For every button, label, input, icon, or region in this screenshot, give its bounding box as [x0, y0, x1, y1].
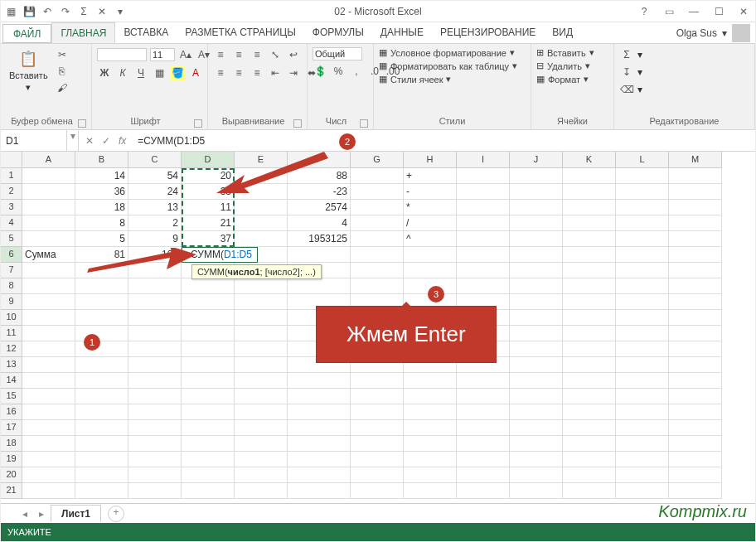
cell-A5[interactable] [22, 231, 75, 247]
cell-I15[interactable] [457, 389, 510, 404]
row-head-19[interactable]: 19 [1, 452, 22, 467]
select-all-corner[interactable] [1, 152, 22, 168]
autosum-icon[interactable]: Σ [619, 47, 634, 62]
cell-F18[interactable] [288, 436, 351, 452]
number-format-box[interactable]: Общий [313, 47, 362, 60]
cell-C1[interactable]: 54 [128, 168, 182, 184]
cell-B18[interactable] [75, 436, 128, 452]
fill-icon[interactable]: ↧ [619, 65, 634, 80]
tab-insert[interactable]: ВСТАВКА [115, 22, 177, 43]
row-head-7[interactable]: 7 [1, 263, 22, 278]
cell-B14[interactable] [75, 373, 128, 389]
cell-L10[interactable] [616, 310, 669, 326]
cell-G17[interactable] [351, 420, 404, 436]
tab-review[interactable]: РЕЦЕНЗИРОВАНИЕ [432, 22, 544, 43]
cell-M5[interactable] [669, 231, 722, 247]
cell-G15[interactable] [351, 389, 404, 404]
bold-icon[interactable]: Ж [97, 65, 112, 80]
cell-L7[interactable] [616, 263, 669, 278]
col-head-M[interactable]: M [669, 152, 722, 168]
row-head-10[interactable]: 10 [1, 310, 22, 326]
cell-J6[interactable] [510, 247, 563, 263]
cut-icon[interactable]: ✂ [55, 47, 70, 62]
cell-I21[interactable] [457, 483, 510, 499]
cell-D21[interactable] [182, 483, 235, 499]
name-box[interactable]: D1 [1, 130, 67, 151]
cell-M12[interactable] [669, 341, 722, 357]
format-as-table-button[interactable]: ▦ Форматировать как таблицу ▾ [379, 60, 517, 71]
cell-J16[interactable] [510, 404, 563, 420]
cell-J4[interactable] [510, 215, 563, 231]
cell-C5[interactable]: 9 [128, 231, 182, 247]
percent-icon[interactable]: % [331, 64, 346, 79]
align-left-icon[interactable]: ≡ [213, 65, 228, 80]
cell-F21[interactable] [288, 483, 351, 499]
cell-K20[interactable] [563, 467, 616, 483]
cell-H16[interactable] [404, 404, 457, 420]
insert-cells-button[interactable]: ⊞ Вставить ▾ [536, 47, 594, 58]
cell-K15[interactable] [563, 389, 616, 404]
cell-C21[interactable] [128, 483, 182, 499]
cell-B1[interactable]: 14 [75, 168, 128, 184]
cell-E10[interactable] [235, 310, 288, 326]
paste-button[interactable]: 📋 Вставить ▾ [6, 47, 51, 94]
cell-J10[interactable] [510, 310, 563, 326]
cell-A21[interactable] [22, 483, 75, 499]
cell-K12[interactable] [563, 341, 616, 357]
cell-M15[interactable] [669, 389, 722, 404]
cell-L12[interactable] [616, 341, 669, 357]
cell-E4[interactable] [235, 215, 288, 231]
cell-A3[interactable] [22, 200, 75, 215]
cell-K7[interactable] [563, 263, 616, 278]
autosum-icon[interactable]: Σ [77, 5, 90, 18]
cell-A9[interactable] [22, 294, 75, 310]
cell-M19[interactable] [669, 452, 722, 467]
cell-G5[interactable] [351, 231, 404, 247]
cell-E12[interactable] [235, 341, 288, 357]
col-head-L[interactable]: L [616, 152, 669, 168]
align-right-icon[interactable]: ≡ [250, 65, 264, 80]
cell-L19[interactable] [616, 452, 669, 467]
cell-B10[interactable] [75, 310, 128, 326]
undo-icon[interactable]: ↶ [41, 5, 54, 18]
maximize-icon[interactable]: ☐ [710, 6, 727, 17]
cell-B19[interactable] [75, 452, 128, 467]
row-head-18[interactable]: 18 [1, 436, 22, 452]
col-head-C[interactable]: C [128, 152, 182, 168]
cell-H1[interactable]: + [404, 168, 457, 184]
cell-G7[interactable] [351, 263, 404, 278]
user-dropdown-icon[interactable]: ▾ [722, 27, 727, 39]
col-head-H[interactable]: H [404, 152, 457, 168]
row-head-6[interactable]: 6 [1, 247, 22, 263]
cell-I20[interactable] [457, 467, 510, 483]
cell-L2[interactable] [616, 184, 669, 200]
tab-home[interactable]: ГЛАВНАЯ [51, 22, 115, 43]
cell-J2[interactable] [510, 184, 563, 200]
cell-K8[interactable] [563, 278, 616, 294]
cell-M18[interactable] [669, 436, 722, 452]
cell-K5[interactable] [563, 231, 616, 247]
format-painter-icon[interactable]: 🖌 [55, 80, 70, 95]
wrap-icon[interactable]: ↩ [286, 47, 301, 62]
cell-L1[interactable] [616, 168, 669, 184]
cell-M9[interactable] [669, 294, 722, 310]
cell-M14[interactable] [669, 373, 722, 389]
avatar[interactable] [732, 24, 750, 42]
cell-I5[interactable] [457, 231, 510, 247]
cell-L16[interactable] [616, 404, 669, 420]
row-head-2[interactable]: 2 [1, 184, 22, 200]
cell-L11[interactable] [616, 326, 669, 341]
cell-B8[interactable] [75, 278, 128, 294]
cell-D17[interactable] [182, 420, 235, 436]
cell-E15[interactable] [235, 389, 288, 404]
cell-D18[interactable] [182, 436, 235, 452]
cell-D14[interactable] [182, 373, 235, 389]
cell-B13[interactable] [75, 357, 128, 373]
row-head-15[interactable]: 15 [1, 389, 22, 404]
cell-C11[interactable] [128, 326, 182, 341]
cell-A11[interactable] [22, 326, 75, 341]
cell-G6[interactable] [351, 247, 404, 263]
cell-M10[interactable] [669, 310, 722, 326]
cell-K6[interactable] [563, 247, 616, 263]
cell-G8[interactable] [351, 278, 404, 294]
